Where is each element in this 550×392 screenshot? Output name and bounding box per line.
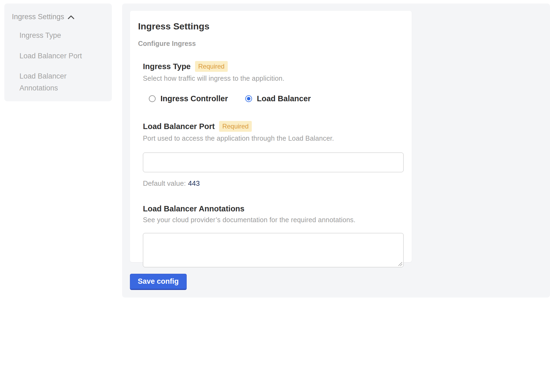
radio-load-balancer[interactable]: Load Balancer <box>245 94 311 103</box>
sidebar-item-load-balancer-port[interactable]: Load Balancer Port <box>19 50 100 62</box>
settings-sidebar: Ingress Settings Ingress Type Load Balan… <box>4 4 112 101</box>
required-badge: Required <box>195 61 228 72</box>
load-balancer-port-help: Port used to access the application thro… <box>143 134 404 142</box>
radio-ingress-controller-label: Ingress Controller <box>160 94 228 103</box>
default-value-line: Default value:443 <box>143 179 404 188</box>
radio-load-balancer-label: Load Balancer <box>257 94 311 103</box>
required-badge: Required <box>219 121 252 132</box>
ingress-type-options: Ingress Controller Load Balancer <box>149 94 404 103</box>
field-ingress-type: Ingress Type Required Select how traffic… <box>143 61 404 103</box>
sidebar-group-ingress-settings[interactable]: Ingress Settings <box>12 13 104 21</box>
page-subtitle: Configure Ingress <box>138 40 404 48</box>
default-value-label: Default value: <box>143 179 186 187</box>
settings-page: Ingress Settings Ingress Type Load Balan… <box>0 0 550 392</box>
sidebar-item-ingress-type[interactable]: Ingress Type <box>19 30 100 42</box>
load-balancer-port-input[interactable] <box>143 153 404 172</box>
load-balancer-port-label: Load Balancer Port <box>143 122 215 131</box>
load-balancer-annotations-textarea-wrap <box>143 233 404 267</box>
page-title: Ingress Settings <box>138 21 404 32</box>
ingress-settings-card: Ingress Settings Configure Ingress Ingre… <box>130 11 412 262</box>
sidebar-item-load-balancer-annotations[interactable]: Load Balancer Annotations <box>19 70 100 94</box>
load-balancer-annotations-help: See your cloud provider’s documentation … <box>143 216 404 224</box>
sidebar-item-list: Ingress Type Load Balancer Port Load Bal… <box>12 30 104 94</box>
default-value: 443 <box>188 179 200 187</box>
resize-handle-icon[interactable] <box>398 262 402 266</box>
ingress-type-label: Ingress Type <box>143 62 191 71</box>
field-load-balancer-port: Load Balancer Port Required Port used to… <box>143 121 404 188</box>
main-panel: Ingress Settings Configure Ingress Ingre… <box>122 4 550 298</box>
load-balancer-annotations-label: Load Balancer Annotations <box>143 204 244 213</box>
radio-ingress-controller[interactable]: Ingress Controller <box>149 94 228 103</box>
load-balancer-annotations-textarea[interactable] <box>143 233 403 267</box>
radio-selected-icon[interactable] <box>245 95 252 102</box>
sidebar-group-label: Ingress Settings <box>12 13 64 21</box>
field-load-balancer-annotations: Load Balancer Annotations See your cloud… <box>143 204 404 267</box>
chevron-up-icon <box>68 15 75 19</box>
ingress-type-help: Select how traffic will ingress to the a… <box>143 75 404 82</box>
save-config-button[interactable]: Save config <box>130 274 187 290</box>
radio-unselected-icon[interactable] <box>149 95 156 102</box>
